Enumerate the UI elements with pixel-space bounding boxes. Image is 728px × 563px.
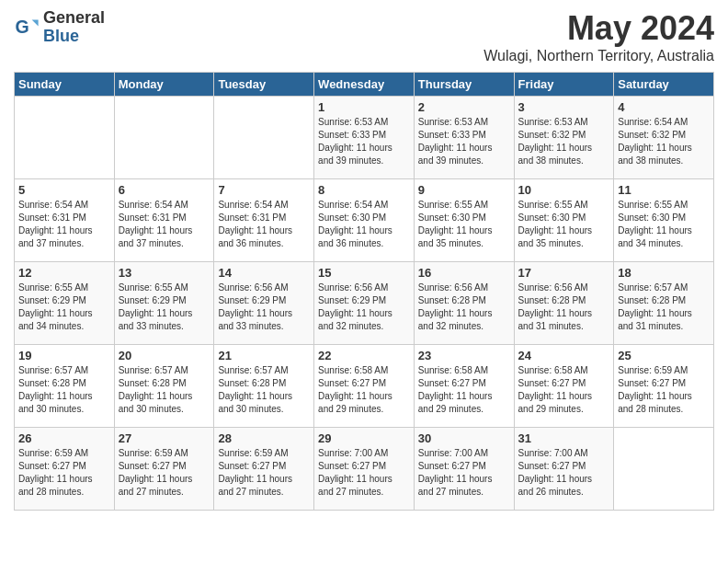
calendar-cell: 28Sunrise: 6:59 AM Sunset: 6:27 PM Dayli… — [214, 428, 314, 511]
day-number: 21 — [218, 349, 310, 362]
day-info: Sunrise: 6:54 AM Sunset: 6:31 PM Dayligh… — [18, 199, 110, 250]
day-number: 7 — [218, 183, 310, 197]
calendar-cell: 2Sunrise: 6:53 AM Sunset: 6:33 PM Daylig… — [414, 97, 514, 179]
calendar-cell: 3Sunrise: 6:53 AM Sunset: 6:32 PM Daylig… — [514, 97, 614, 179]
day-number: 19 — [18, 349, 110, 362]
calendar-cell: 20Sunrise: 6:57 AM Sunset: 6:28 PM Dayli… — [114, 345, 214, 428]
day-info: Sunrise: 6:56 AM Sunset: 6:28 PM Dayligh… — [518, 282, 610, 333]
calendar-cell: 12Sunrise: 6:55 AM Sunset: 6:29 PM Dayli… — [15, 262, 115, 345]
day-info: Sunrise: 6:57 AM Sunset: 6:28 PM Dayligh… — [119, 364, 210, 416]
day-info: Sunrise: 6:59 AM Sunset: 6:27 PM Dayligh… — [618, 364, 710, 416]
calendar-cell: 13Sunrise: 6:55 AM Sunset: 6:29 PM Dayli… — [114, 262, 214, 345]
day-info: Sunrise: 6:55 AM Sunset: 6:30 PM Dayligh… — [418, 199, 510, 250]
calendar-cell: 9Sunrise: 6:55 AM Sunset: 6:30 PM Daylig… — [414, 179, 514, 262]
calendar-cell: 21Sunrise: 6:57 AM Sunset: 6:28 PM Dayli… — [214, 345, 314, 428]
day-info: Sunrise: 6:55 AM Sunset: 6:29 PM Dayligh… — [18, 282, 110, 333]
day-number: 27 — [119, 431, 210, 445]
day-number: 30 — [418, 431, 510, 445]
day-number: 1 — [318, 100, 410, 114]
weekday-header: Saturday — [614, 73, 714, 97]
calendar-cell: 27Sunrise: 6:59 AM Sunset: 6:27 PM Dayli… — [114, 428, 214, 511]
weekday-header: Monday — [114, 73, 214, 97]
calendar-cell: 10Sunrise: 6:55 AM Sunset: 6:30 PM Dayli… — [514, 179, 614, 262]
calendar-cell: 16Sunrise: 6:56 AM Sunset: 6:28 PM Dayli… — [414, 262, 514, 345]
day-number: 26 — [18, 431, 110, 445]
day-info: Sunrise: 6:59 AM Sunset: 6:27 PM Dayligh… — [18, 447, 110, 499]
calendar-cell: 6Sunrise: 6:54 AM Sunset: 6:31 PM Daylig… — [114, 179, 214, 262]
weekday-header: Thursday — [414, 73, 514, 97]
calendar-cell: 11Sunrise: 6:55 AM Sunset: 6:30 PM Dayli… — [614, 179, 714, 262]
calendar-cell: 24Sunrise: 6:58 AM Sunset: 6:27 PM Dayli… — [514, 345, 614, 428]
day-number: 6 — [119, 183, 210, 197]
day-info: Sunrise: 6:55 AM Sunset: 6:30 PM Dayligh… — [618, 199, 710, 250]
day-number: 16 — [418, 266, 510, 280]
day-info: Sunrise: 6:55 AM Sunset: 6:30 PM Dayligh… — [518, 199, 610, 250]
day-number: 15 — [318, 266, 410, 280]
calendar-cell: 18Sunrise: 6:57 AM Sunset: 6:28 PM Dayli… — [614, 262, 714, 345]
calendar-cell: 7Sunrise: 6:54 AM Sunset: 6:31 PM Daylig… — [214, 179, 314, 262]
day-number: 13 — [119, 266, 210, 280]
day-number: 11 — [618, 183, 710, 197]
calendar-cell: 15Sunrise: 6:56 AM Sunset: 6:29 PM Dayli… — [314, 262, 415, 345]
day-info: Sunrise: 6:57 AM Sunset: 6:28 PM Dayligh… — [18, 364, 110, 416]
page-header: G General Blue May 2024 Wulagi, Northern… — [14, 9, 714, 64]
day-info: Sunrise: 6:58 AM Sunset: 6:27 PM Dayligh… — [518, 364, 610, 416]
day-info: Sunrise: 6:54 AM Sunset: 6:30 PM Dayligh… — [318, 199, 410, 250]
calendar-cell: 30Sunrise: 7:00 AM Sunset: 6:27 PM Dayli… — [414, 428, 514, 511]
day-info: Sunrise: 6:57 AM Sunset: 6:28 PM Dayligh… — [618, 282, 710, 333]
day-info: Sunrise: 7:00 AM Sunset: 6:27 PM Dayligh… — [418, 447, 510, 499]
day-number: 9 — [418, 183, 510, 197]
day-info: Sunrise: 6:54 AM Sunset: 6:31 PM Dayligh… — [218, 199, 310, 250]
day-number: 2 — [418, 100, 510, 114]
logo-text: General Blue — [43, 9, 105, 46]
day-info: Sunrise: 6:53 AM Sunset: 6:33 PM Dayligh… — [418, 116, 510, 167]
calendar-cell: 14Sunrise: 6:56 AM Sunset: 6:29 PM Dayli… — [214, 262, 314, 345]
day-number: 24 — [518, 349, 610, 362]
day-number: 22 — [318, 349, 410, 362]
day-info: Sunrise: 6:58 AM Sunset: 6:27 PM Dayligh… — [418, 364, 510, 416]
svg-text:G: G — [15, 16, 28, 36]
logo-icon: G — [14, 15, 40, 40]
weekday-header: Tuesday — [214, 73, 314, 97]
day-number: 10 — [518, 183, 610, 197]
calendar-cell — [114, 97, 214, 179]
day-info: Sunrise: 6:53 AM Sunset: 6:32 PM Dayligh… — [518, 116, 610, 167]
day-info: Sunrise: 6:53 AM Sunset: 6:33 PM Dayligh… — [318, 116, 410, 167]
calendar-cell: 26Sunrise: 6:59 AM Sunset: 6:27 PM Dayli… — [15, 428, 115, 511]
day-number: 17 — [518, 266, 610, 280]
logo-blue: Blue — [43, 28, 105, 46]
day-number: 28 — [218, 431, 310, 445]
calendar-cell: 8Sunrise: 6:54 AM Sunset: 6:30 PM Daylig… — [314, 179, 415, 262]
calendar-cell: 23Sunrise: 6:58 AM Sunset: 6:27 PM Dayli… — [414, 345, 514, 428]
day-number: 29 — [318, 431, 410, 445]
svg-marker-1 — [32, 19, 39, 26]
day-info: Sunrise: 6:56 AM Sunset: 6:29 PM Dayligh… — [218, 282, 310, 333]
day-info: Sunrise: 6:57 AM Sunset: 6:28 PM Dayligh… — [218, 364, 310, 416]
calendar-cell: 4Sunrise: 6:54 AM Sunset: 6:32 PM Daylig… — [614, 97, 714, 179]
day-info: Sunrise: 7:00 AM Sunset: 6:27 PM Dayligh… — [318, 447, 410, 499]
day-info: Sunrise: 6:54 AM Sunset: 6:32 PM Dayligh… — [618, 116, 710, 167]
calendar-cell: 31Sunrise: 7:00 AM Sunset: 6:27 PM Dayli… — [514, 428, 614, 511]
day-number: 18 — [618, 266, 710, 280]
calendar-cell: 29Sunrise: 7:00 AM Sunset: 6:27 PM Dayli… — [314, 428, 415, 511]
calendar-cell — [15, 97, 115, 179]
weekday-header: Friday — [514, 73, 614, 97]
day-number: 20 — [119, 349, 210, 362]
weekday-header: Wednesday — [314, 73, 415, 97]
day-info: Sunrise: 6:54 AM Sunset: 6:31 PM Dayligh… — [119, 199, 210, 250]
day-info: Sunrise: 7:00 AM Sunset: 6:27 PM Dayligh… — [518, 447, 610, 499]
day-number: 14 — [218, 266, 310, 280]
calendar-cell — [214, 97, 314, 179]
calendar-cell: 5Sunrise: 6:54 AM Sunset: 6:31 PM Daylig… — [15, 179, 115, 262]
location-title: Wulagi, Northern Territory, Australia — [483, 48, 714, 64]
day-info: Sunrise: 6:59 AM Sunset: 6:27 PM Dayligh… — [218, 447, 310, 499]
day-info: Sunrise: 6:58 AM Sunset: 6:27 PM Dayligh… — [318, 364, 410, 416]
day-number: 23 — [418, 349, 510, 362]
day-number: 3 — [518, 100, 610, 114]
day-number: 31 — [518, 431, 610, 445]
logo-general: General — [43, 9, 105, 28]
calendar-cell: 25Sunrise: 6:59 AM Sunset: 6:27 PM Dayli… — [614, 345, 714, 428]
day-info: Sunrise: 6:59 AM Sunset: 6:27 PM Dayligh… — [119, 447, 210, 499]
calendar-cell — [614, 428, 714, 511]
title-area: May 2024 Wulagi, Northern Territory, Aus… — [483, 9, 714, 64]
